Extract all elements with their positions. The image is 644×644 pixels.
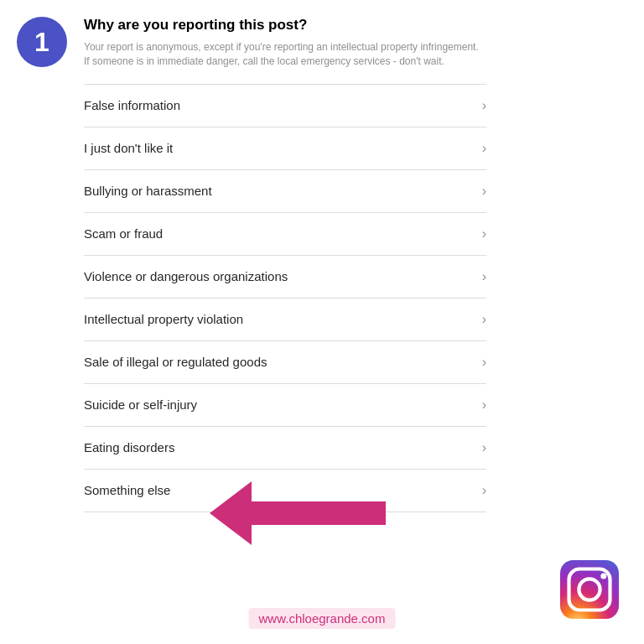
chevron-right-icon: ›	[482, 269, 486, 284]
report-subtitle: Your report is anonymous, except if you'…	[84, 40, 486, 69]
instagram-logo	[560, 560, 619, 619]
list-item-eating-disorders[interactable]: Eating disorders ›	[84, 427, 486, 470]
arrow-head	[210, 481, 252, 545]
step-badge: 1	[17, 17, 67, 67]
chevron-right-icon: ›	[482, 440, 486, 455]
svg-point-3	[600, 573, 606, 579]
menu-item-label: I just don't like it	[84, 141, 173, 155]
annotation-arrow	[210, 481, 386, 545]
menu-item-label: Something else	[84, 483, 170, 497]
watermark-text: www.chloegrande.com	[259, 611, 386, 626]
menu-item-label: Scam or fraud	[84, 226, 163, 241]
report-options-list: False information › I just don't like it…	[84, 84, 486, 512]
chevron-right-icon: ›	[482, 141, 486, 156]
list-item[interactable]: Violence or dangerous organizations ›	[84, 256, 486, 299]
list-item[interactable]: Sale of illegal or regulated goods ›	[84, 341, 486, 384]
list-item[interactable]: Intellectual property violation ›	[84, 299, 486, 341]
watermark: www.chloegrande.com	[249, 608, 396, 629]
list-item[interactable]: I just don't like it ›	[84, 127, 486, 170]
step-number: 1	[34, 27, 49, 58]
chevron-right-icon: ›	[482, 397, 486, 413]
chevron-right-icon: ›	[482, 312, 486, 327]
menu-item-label: Intellectual property violation	[84, 312, 243, 326]
list-item[interactable]: Bullying or harassment ›	[84, 170, 486, 213]
menu-item-label: Sale of illegal or regulated goods	[84, 355, 267, 369]
menu-item-label: Violence or dangerous organizations	[84, 269, 288, 283]
report-title: Why are you reporting this post?	[84, 17, 486, 34]
page-container: 1 Why are you reporting this post? Your …	[0, 0, 644, 644]
list-item[interactable]: Scam or fraud ›	[84, 213, 486, 256]
chevron-right-icon: ›	[482, 483, 486, 498]
chevron-right-icon: ›	[482, 226, 486, 242]
menu-item-label: False information	[84, 98, 180, 112]
chevron-right-icon: ›	[482, 355, 486, 370]
menu-item-label: Eating disorders	[84, 440, 174, 454]
list-item[interactable]: Suicide or self-injury ›	[84, 384, 486, 427]
main-content: Why are you reporting this post? Your re…	[84, 17, 486, 512]
chevron-right-icon: ›	[482, 98, 486, 113]
arrow-body	[252, 501, 386, 525]
list-item[interactable]: False information ›	[84, 84, 486, 127]
chevron-right-icon: ›	[482, 184, 486, 199]
menu-item-label: Bullying or harassment	[84, 184, 212, 198]
menu-item-label: Suicide or self-injury	[84, 397, 197, 412]
